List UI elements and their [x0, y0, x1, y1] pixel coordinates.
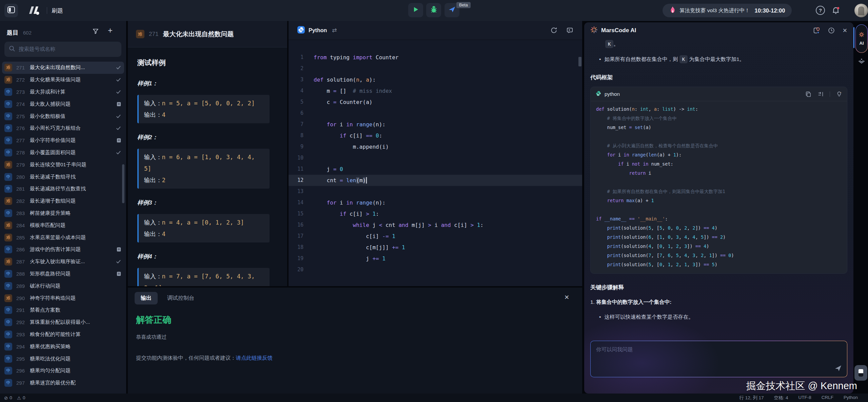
code-line[interactable]: 6	[289, 108, 582, 119]
code-line[interactable]: 8 if c[i] == 0:	[289, 130, 582, 141]
code-line[interactable]: 14 for i in range(n):	[289, 197, 582, 208]
editor-scrollbar[interactable]	[578, 57, 581, 66]
language-tab[interactable]: Python	[309, 27, 327, 34]
problem-list-item[interactable]: 中288矩形棋盘路径问题	[2, 268, 124, 280]
avatar[interactable]	[854, 4, 868, 17]
problem-list-item[interactable]: 中283树苗健康提升策略	[2, 207, 124, 219]
code-line[interactable]: 11 j = 0	[289, 164, 582, 175]
ai-code-card: python def solution(n: int, a: list) -> …	[590, 87, 847, 274]
eol-setting[interactable]: CRLF	[822, 395, 833, 401]
problem-list-item[interactable]: 难290神奇字符串构造问题	[2, 292, 124, 304]
contest-banner[interactable]: 算法竞技赛 vol3 火热进行中！ 10:30-12:00	[663, 4, 792, 17]
code-line[interactable]: 10	[289, 152, 582, 164]
problem-list-item[interactable]: 难287火车驶入驶出顺序验证...	[2, 256, 124, 268]
cursor-position[interactable]: 行 12, 列 17	[739, 395, 764, 401]
mobile-view-button[interactable]	[854, 365, 867, 381]
ai-chat-input[interactable]: 你可以问我问题	[590, 341, 847, 377]
send-icon[interactable]	[834, 364, 842, 374]
problem-list-item[interactable]: 中295糖果吃法优化问题	[2, 353, 124, 365]
problem-list-item[interactable]: 中278最小覆盖圆面积问题	[2, 147, 124, 159]
code-area[interactable]: 1from typing import Counter23def solutio…	[289, 40, 582, 286]
add-problem-button[interactable]: +	[108, 26, 113, 35]
python-icon	[595, 90, 601, 98]
juejin-icon[interactable]	[857, 58, 866, 67]
sidebar-scrollbar[interactable]	[122, 164, 124, 203]
filter-button[interactable]	[92, 28, 99, 36]
insert-code-icon[interactable]	[817, 91, 824, 97]
problem-list-item[interactable]: 中280最长递减子数组寻找	[2, 171, 124, 183]
notifications-button[interactable]	[831, 6, 840, 16]
lightbulb-icon[interactable]	[836, 91, 842, 97]
marscode-logo[interactable]	[27, 5, 41, 17]
new-chat-icon[interactable]	[813, 27, 820, 34]
code-line[interactable]: 7 for i in range(n):	[289, 119, 582, 130]
search-input[interactable]: 搜索题号或名称	[4, 42, 121, 57]
code-line[interactable]: 4 m = [] # miss index	[289, 85, 582, 97]
code-line[interactable]: 13	[289, 186, 582, 197]
problem-list-item[interactable]: 中273最大异或和计算	[2, 86, 124, 98]
ai-code-line: print(solution(5, [0, 1, 2, 1, 3]) == 5)	[596, 260, 842, 269]
problem-list-item[interactable]: 中296糖果均匀分配问题	[2, 365, 124, 377]
close-icon[interactable]: ✕	[564, 294, 569, 301]
history-icon[interactable]	[828, 27, 835, 34]
result-subtitle: 恭喜成功通过	[136, 334, 582, 340]
indentation-setting[interactable]: 空格: 4	[774, 395, 788, 401]
solved-check-icon	[114, 65, 121, 70]
ai-code-line: if i not in num_set:	[596, 160, 842, 169]
tab-debug-console[interactable]: 调试控制台	[167, 295, 194, 302]
code-line[interactable]: 2	[289, 63, 582, 74]
problem-list-item[interactable]: 中277最小字符串价值问题	[2, 134, 124, 147]
code-line[interactable]: 16 while j < cnt and m[j] > i and c[i] >…	[289, 219, 582, 231]
problem-list-item[interactable]: 中286游戏中的伤害计算问题	[2, 244, 124, 256]
encoding-setting[interactable]: UTF-8	[798, 395, 811, 401]
ai-code-line: print(solution(7, [7, 6, 5, 4, 3, 2, 1])…	[596, 251, 842, 260]
topbar-divider	[47, 7, 47, 14]
problem-list-item[interactable]: 难272最大化糖果美味值问题	[2, 74, 124, 86]
problem-number: 280	[16, 174, 26, 180]
problem-list-item[interactable]: 中289破冰行动问题	[2, 280, 124, 292]
code-line[interactable]: 9 m.append(i)	[289, 141, 582, 152]
difficulty-badge: 中	[4, 149, 12, 156]
debug-button[interactable]	[426, 3, 441, 17]
code-line[interactable]: 15 if c[i] > 1:	[289, 208, 582, 219]
problem-list-item[interactable]: 难279最长连续交替01子串问题	[2, 158, 124, 171]
problem-list-item[interactable]: 中294糖果优惠购买策略	[2, 340, 124, 353]
problem-list-item[interactable]: 难284模板串匹配问题	[2, 219, 124, 231]
problem-list-item[interactable]: 中293粮食分配的可能性计算	[2, 329, 124, 341]
problem-list-item[interactable]: 中281最长递减路径节点数查找	[2, 183, 124, 195]
reset-code-icon[interactable]	[550, 27, 557, 34]
copy-icon[interactable]	[805, 91, 811, 97]
problem-list-item[interactable]: 中276最小周长巧克力板组合	[2, 122, 124, 134]
problem-list-item[interactable]: 难285水果店果篮最小成本问题	[2, 231, 124, 244]
code-line[interactable]: 20	[289, 264, 582, 275]
difficulty-badge: 难	[136, 30, 144, 38]
code-line[interactable]: 18 c[m[j]] += 1	[289, 242, 582, 253]
feedback-link[interactable]: 请点此链接反馈	[236, 355, 273, 361]
code-line[interactable]: 1from typing import Counter	[289, 52, 582, 63]
code-line[interactable]: 19 j += 1	[289, 253, 582, 264]
problem-list-item[interactable]: 中291禁着点方案数	[2, 304, 124, 316]
language-switch-icon[interactable]: ⇄	[332, 27, 337, 34]
sidebar-toggle-button[interactable]	[4, 4, 18, 17]
help-button[interactable]: ?	[816, 6, 825, 15]
code-line[interactable]: 12 cnt = len(m)	[289, 175, 582, 186]
code-line[interactable]: 3def solution(n, a):	[289, 74, 582, 85]
rail-ai-button[interactable]: AI	[855, 24, 868, 53]
problem-list-item[interactable]: 难282最长递增子数组问题	[2, 195, 124, 207]
tab-output[interactable]: 输出	[135, 292, 158, 304]
run-button[interactable]	[408, 3, 423, 17]
ai-close-icon[interactable]: ✕	[843, 27, 847, 34]
difficulty-badge: 难	[4, 76, 12, 84]
ai-code-line: for i in range(len(a) + 1):	[596, 150, 842, 160]
language-mode[interactable]: Python	[844, 395, 858, 401]
errors-indicator[interactable]: ⊘0	[4, 395, 12, 401]
problem-list-item[interactable]: 中275最小化数组极值	[2, 110, 124, 122]
problem-list-item[interactable]: 中297糖果迷宫的最优分配	[2, 377, 124, 389]
warnings-indicator[interactable]: ⚠0	[17, 395, 25, 401]
code-line[interactable]: 17 c[i] -= 1	[289, 231, 582, 242]
code-line[interactable]: 5 c = Counter(a)	[289, 97, 582, 108]
problem-list-item[interactable]: 中274最大敌人捕获问题	[2, 98, 124, 110]
problem-list-item[interactable]: 中292算珠重新分配以获得最小...	[2, 316, 124, 329]
problem-list-item[interactable]: 难271最大化未出现自然数问...	[2, 62, 124, 74]
feedback-comment-icon[interactable]	[566, 27, 573, 34]
